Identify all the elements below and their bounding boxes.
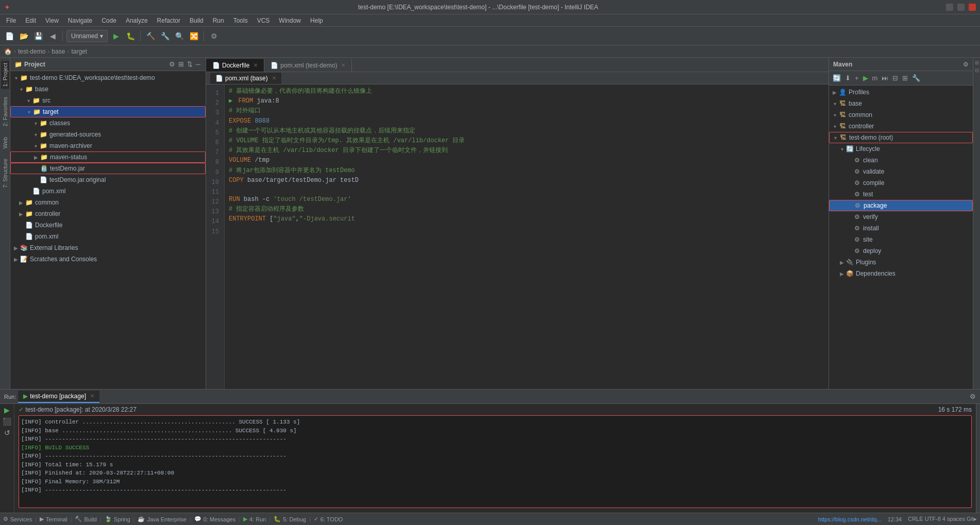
java-enterprise-status[interactable]: ☕ Java Enterprise — [138, 516, 186, 522]
maven-test[interactable]: ⚙ test — [829, 189, 973, 200]
bc-item-2[interactable]: base — [52, 48, 65, 55]
maven-options-btn[interactable]: ⊞ — [901, 74, 909, 82]
pom-base-close[interactable]: ✕ — [272, 75, 276, 81]
panel-collapse-btn[interactable]: ─ — [195, 60, 201, 68]
menu-item-navigate[interactable]: Navigate — [64, 16, 96, 25]
blog-link[interactable]: https://blog.csdn.net/dq... — [818, 516, 882, 522]
maven-lifecycle[interactable]: ▾ 🔄 Lifecycle — [829, 143, 973, 155]
tree-item-jar-original[interactable]: 📄 testDemo.jar.original — [10, 174, 206, 185]
tree-item-root[interactable]: ▾ 📁 test-demo E:\IDEA_workspace\test\tes… — [10, 72, 206, 83]
tree-item-dockerfile[interactable]: 📄 Dockerfile — [10, 219, 206, 231]
maven-clean[interactable]: ⚙ clean — [829, 155, 973, 166]
tree-item-pom1[interactable]: 📄 pom.xml — [10, 185, 206, 197]
tab-dockerfile[interactable]: 📄 Dockerfile ✕ — [206, 58, 264, 72]
menu-item-file[interactable]: File — [2, 16, 20, 25]
menu-item-vcs[interactable]: VCS — [253, 16, 274, 25]
debug-status[interactable]: 🐛 5: Debug — [274, 516, 306, 522]
maven-install[interactable]: ⚙ install — [829, 223, 973, 234]
maven-skip-btn[interactable]: ⏭ — [880, 74, 890, 82]
maven-refresh-btn[interactable]: 🔄 — [831, 74, 842, 82]
maven-add-btn[interactable]: + — [853, 74, 860, 82]
tree-item-classes[interactable]: ▾ 📁 classes — [10, 117, 206, 129]
tree-item-scratches[interactable]: ▶ 📝 Scratches and Consoles — [10, 253, 206, 265]
maven-test-demo-root[interactable]: ▾ 🏗 test-demo (root) — [829, 132, 973, 143]
menu-item-help[interactable]: Help — [306, 16, 327, 25]
run-status[interactable]: ▶ 4: Run — [243, 516, 266, 522]
tree-item-maven-archiver[interactable]: ▾ 📁 maven-archiver — [10, 140, 206, 151]
menu-item-refactor[interactable]: Refactor — [153, 16, 184, 25]
tab-close-btn[interactable]: ✕ — [341, 62, 345, 68]
close-btn[interactable] — [969, 4, 976, 11]
run-tab[interactable]: ▶ test-demo [package] ✕ — [18, 391, 99, 403]
tree-item-base[interactable]: ▾ 📁 base — [10, 83, 206, 95]
tree-item-src[interactable]: ▾ 📁 src — [10, 95, 206, 106]
build-status[interactable]: 🔨 Build — [75, 516, 96, 522]
project-tab[interactable]: 1: Project — [1, 61, 9, 89]
vcs-btn[interactable]: 🔀 — [188, 30, 200, 42]
menu-item-run[interactable]: Run — [209, 16, 228, 25]
maven-common[interactable]: ▾ 🏗 common — [829, 109, 973, 121]
services-status[interactable]: ⚙ Services — [3, 516, 32, 522]
back-btn[interactable]: ◀ — [46, 30, 59, 42]
panel-sort-btn[interactable]: ⇅ — [186, 60, 194, 68]
maven-base[interactable]: ▾ 🏗 base — [829, 98, 973, 109]
tree-item-controller[interactable]: ▶ 📁 controller — [10, 208, 206, 219]
bc-item-3[interactable]: target — [71, 48, 87, 55]
build-btn[interactable]: 🔨 — [144, 30, 157, 42]
maven-run-btn[interactable]: ▶ — [861, 74, 870, 82]
config-dropdown[interactable]: Unnamed ▾ — [66, 30, 108, 42]
tree-item-maven-status[interactable]: ▶ 📁 maven-status — [10, 151, 206, 163]
tree-item-generated[interactable]: ▾ 📁 generated-sources — [10, 129, 206, 140]
bc-item-1[interactable]: test-demo — [18, 48, 45, 55]
structure-tab[interactable]: 7: Structure — [1, 157, 9, 190]
maven-toggle-btn[interactable]: m — [871, 74, 880, 82]
panel-layout-btn[interactable]: ⊞ — [177, 60, 185, 68]
run-rerun-btn[interactable]: ↺ — [4, 429, 10, 437]
run-play-btn[interactable]: ▶ — [4, 406, 10, 414]
settings-btn[interactable]: ⚙ — [208, 30, 220, 42]
run-btn[interactable]: ▶ — [110, 30, 122, 42]
bottom-settings-btn[interactable]: ⚙ — [970, 393, 976, 400]
maven-verify[interactable]: ⚙ verify — [829, 211, 973, 223]
new-file-btn[interactable]: 📄 — [3, 30, 15, 42]
favorites-tab[interactable]: 2: Favorites — [1, 95, 9, 128]
maven-parallel-btn[interactable]: ⊟ — [891, 74, 900, 82]
open-btn[interactable]: 📂 — [18, 30, 30, 42]
maven-deploy[interactable]: ⚙ deploy — [829, 245, 973, 257]
tree-item-target[interactable]: ▾ 📁 target — [10, 106, 206, 117]
run-tab-close[interactable]: ✕ — [90, 393, 94, 399]
todo-status[interactable]: ✓ 6: TODO — [314, 516, 343, 522]
maven-profiles[interactable]: ▶ 👤 Profiles — [829, 87, 973, 98]
save-btn[interactable]: 💾 — [32, 30, 44, 42]
menu-item-edit[interactable]: Edit — [21, 16, 40, 25]
tree-item-extlibs[interactable]: ▶ 📚 External Libraries — [10, 242, 206, 253]
run-stop-btn[interactable]: ⬛ — [3, 417, 11, 426]
menu-item-code[interactable]: Code — [97, 16, 121, 25]
search-btn[interactable]: 🔍 — [173, 30, 185, 42]
tree-item-jar[interactable]: 🫙 testDemo.jar — [10, 163, 206, 174]
tab-pom[interactable]: 📄 pom.xml (test-demo) ✕ — [264, 58, 352, 72]
menu-item-window[interactable]: Window — [275, 16, 305, 25]
tab-close-btn[interactable]: ✕ — [254, 62, 258, 68]
minimize-btn[interactable] — [946, 4, 953, 11]
right-strip-icon-2[interactable]: ⊟ — [975, 67, 979, 73]
run-output-area[interactable]: ✓ test-demo [package]: at 2020/3/28 22:2… — [14, 404, 976, 513]
maven-plugins[interactable]: ▶ 🔌 Plugins — [829, 257, 973, 268]
panel-settings-btn[interactable]: ⚙ — [168, 60, 176, 68]
menu-item-build[interactable]: Build — [185, 16, 208, 25]
web-tab[interactable]: Web — [1, 135, 9, 150]
maven-download-btn[interactable]: ⬇ — [843, 74, 852, 82]
maven-validate[interactable]: ⚙ validate — [829, 166, 973, 177]
messages-status[interactable]: 💬 0: Messages — [194, 516, 235, 522]
tree-item-pom2[interactable]: 📄 pom.xml — [10, 231, 206, 242]
secondary-tab-active[interactable]: 📄 pom.xml (base) ✕ — [210, 73, 281, 84]
maven-package[interactable]: ⚙ package — [829, 200, 973, 211]
maven-controller[interactable]: ▾ 🏗 controller — [829, 121, 973, 132]
right-strip-icon-1[interactable]: ⊞ — [975, 60, 979, 65]
terminal-status[interactable]: ▶ Terminal — [40, 516, 67, 522]
maven-compile[interactable]: ⚙ compile — [829, 177, 973, 189]
menu-item-view[interactable]: View — [41, 16, 63, 25]
tools-btn[interactable]: 🔧 — [159, 30, 171, 42]
menu-item-tools[interactable]: Tools — [229, 16, 252, 25]
maven-settings-icon[interactable]: ⚙ — [963, 61, 969, 68]
